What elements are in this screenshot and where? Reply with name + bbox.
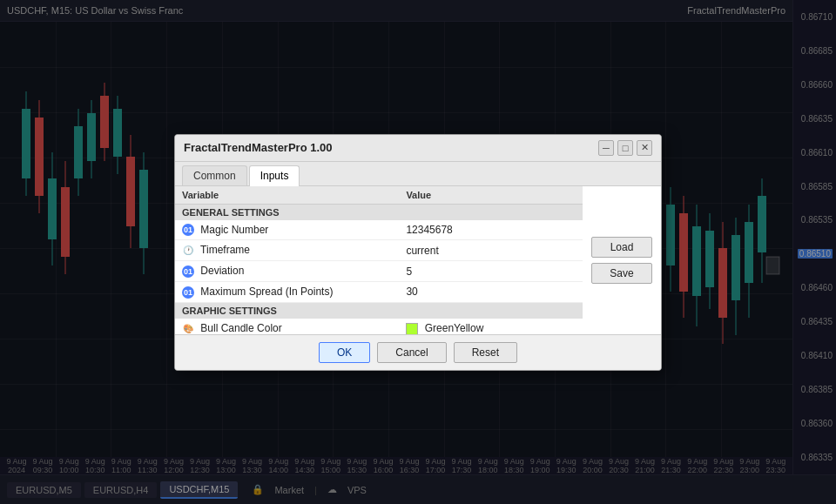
icon-timeframe: 🕐 bbox=[182, 245, 194, 257]
dialog-title: FractalTrendMasterPro 1.00 bbox=[184, 141, 333, 154]
value-deviation[interactable]: 5 bbox=[399, 261, 583, 282]
section-graphic: GRAPHIC SETTINGS bbox=[175, 302, 583, 319]
icon-spread: 01 bbox=[182, 286, 194, 299]
close-button[interactable]: ✕ bbox=[637, 140, 652, 156]
minimize-button[interactable]: ─ bbox=[598, 140, 614, 156]
section-general: GENERAL SETTINGS bbox=[175, 204, 583, 220]
col-header-variable: Variable bbox=[175, 186, 399, 205]
ok-button[interactable]: OK bbox=[319, 342, 370, 363]
row-bull-color[interactable]: 🎨 Bull Candle Color GreenYellow bbox=[175, 319, 583, 334]
save-button[interactable]: Save bbox=[591, 263, 652, 284]
dialog-controls: ─ □ ✕ bbox=[598, 140, 652, 156]
dialog-body: Variable Value GENERAL SETTINGS bbox=[175, 186, 661, 334]
value-magic-number[interactable]: 12345678 bbox=[399, 220, 583, 240]
row-magic-number[interactable]: 01 Magic Number 12345678 bbox=[175, 220, 583, 240]
modal-overlay: FractalTrendMasterPro 1.00 ─ □ ✕ Common … bbox=[0, 0, 836, 504]
cancel-button[interactable]: Cancel bbox=[377, 342, 446, 363]
dialog-tabs: Common Inputs bbox=[175, 162, 661, 186]
col-header-value: Value bbox=[399, 186, 583, 205]
settings-dialog: FractalTrendMasterPro 1.00 ─ □ ✕ Common … bbox=[174, 134, 662, 371]
row-timeframe[interactable]: 🕐 Timeframe current bbox=[175, 240, 583, 261]
icon-bull-color: 🎨 bbox=[182, 323, 194, 334]
side-buttons: Load Save bbox=[591, 237, 652, 284]
settings-table-container[interactable]: Variable Value GENERAL SETTINGS bbox=[175, 186, 583, 334]
row-deviation[interactable]: 01 Deviation 5 bbox=[175, 261, 583, 282]
reset-button[interactable]: Reset bbox=[454, 342, 517, 363]
value-timeframe[interactable]: current bbox=[399, 240, 583, 261]
swatch-bull bbox=[406, 323, 418, 334]
row-max-spread[interactable]: 01 Maximum Spread (In Points) 30 bbox=[175, 281, 583, 302]
tab-common[interactable]: Common bbox=[182, 165, 247, 185]
value-bull-color[interactable]: GreenYellow bbox=[425, 322, 484, 334]
load-button[interactable]: Load bbox=[591, 237, 652, 258]
maximize-button[interactable]: □ bbox=[617, 140, 633, 156]
settings-table: Variable Value GENERAL SETTINGS bbox=[175, 186, 583, 334]
dialog-content: Variable Value GENERAL SETTINGS bbox=[175, 186, 661, 334]
dialog-footer: OK Cancel Reset bbox=[175, 334, 661, 370]
dialog-titlebar: FractalTrendMasterPro 1.00 ─ □ ✕ bbox=[175, 135, 661, 162]
icon-magic: 01 bbox=[182, 224, 194, 236]
icon-deviation: 01 bbox=[182, 265, 194, 278]
value-max-spread[interactable]: 30 bbox=[399, 281, 583, 302]
table-section: Variable Value GENERAL SETTINGS bbox=[175, 186, 661, 334]
tab-inputs[interactable]: Inputs bbox=[249, 165, 300, 186]
